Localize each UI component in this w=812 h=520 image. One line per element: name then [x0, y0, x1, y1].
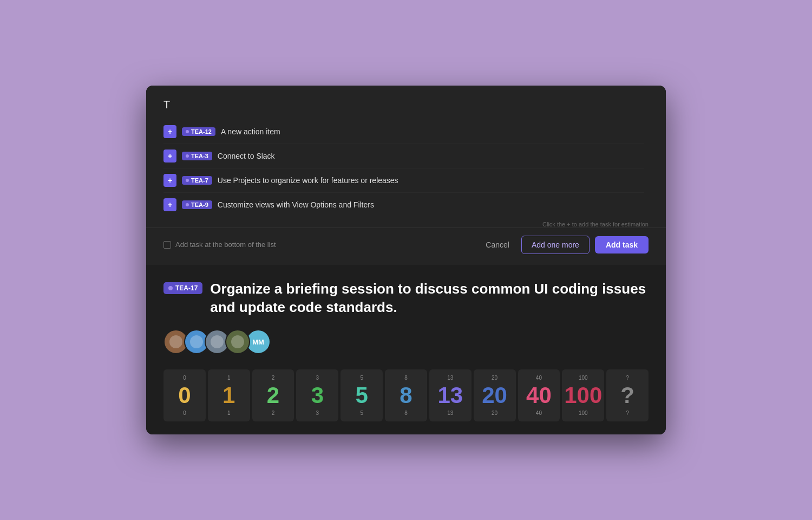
estimation-card[interactable]: 3 3 3 — [296, 369, 338, 421]
cancel-button[interactable]: Cancel — [479, 236, 516, 253]
search-row[interactable] — [163, 99, 649, 111]
add-task-btn[interactable]: + — [163, 150, 176, 162]
modal: + TEA-12 A new action item + TEA-3 Conne… — [146, 86, 666, 435]
estimation-card[interactable]: 13 13 13 — [429, 369, 472, 421]
tag-id: TEA-17 — [175, 284, 198, 292]
task-id: TEA-9 — [191, 202, 208, 208]
top-section: + TEA-12 A new action item + TEA-3 Conne… — [146, 86, 666, 228]
estimation-card[interactable]: 5 5 5 — [340, 369, 383, 421]
estimation-card[interactable]: 20 20 20 — [474, 369, 516, 421]
add-task-button[interactable]: Add task — [595, 236, 649, 253]
estimation-row: 0 0 0 1 1 1 2 2 2 3 3 3 5 5 5 8 8 8 13 1… — [163, 369, 649, 421]
add-task-btn[interactable]: + — [163, 198, 176, 211]
estimation-card[interactable]: 100 100 100 — [562, 369, 604, 421]
est-value: 1 — [222, 384, 235, 407]
badge-dot — [186, 130, 189, 133]
task-item: + TEA-12 A new action item — [163, 120, 644, 144]
task-id: TEA-3 — [191, 153, 208, 159]
detail-section: TEA-17 Organize a briefing session to di… — [146, 265, 666, 435]
est-label-bottom: 5 — [360, 410, 363, 416]
task-title-text: Connect to Slack — [218, 152, 275, 160]
est-label-bottom: 20 — [492, 410, 497, 416]
est-value: 20 — [482, 384, 507, 407]
add-task-btn[interactable]: + — [163, 174, 176, 187]
estimation-card[interactable]: 0 0 0 — [163, 369, 206, 421]
task-title: Organize a briefing session to discuss c… — [210, 280, 649, 317]
task-title-text: Use Projects to organize work for featur… — [218, 176, 398, 185]
task-item: + TEA-7 Use Projects to organize work fo… — [163, 168, 644, 193]
task-title-text: A new action item — [221, 127, 280, 136]
estimation-card[interactable]: 8 8 8 — [385, 369, 427, 421]
bottom-bar: Add task at the bottom of the list Cance… — [146, 228, 666, 265]
est-value: 40 — [526, 384, 552, 407]
task-badge: TEA-9 — [182, 200, 212, 209]
estimation-card[interactable]: 40 40 40 — [518, 369, 560, 421]
est-label-top: 13 — [447, 375, 453, 381]
est-value: ? — [620, 384, 634, 407]
est-label-top: 20 — [492, 375, 497, 381]
hint-text: Click the + to add the task for estimati… — [163, 217, 649, 227]
est-label-bottom: 3 — [316, 410, 319, 416]
est-value: 2 — [267, 384, 279, 407]
task-item: + TEA-3 Connect to Slack — [163, 144, 644, 168]
task-id: TEA-7 — [191, 177, 208, 184]
add-one-more-button[interactable]: Add one more — [521, 236, 590, 254]
action-buttons: Cancel Add one more Add task — [479, 236, 649, 254]
badge-dot — [186, 154, 189, 158]
est-label-top: 0 — [183, 375, 186, 381]
checkbox-row[interactable]: Add task at the bottom of the list — [163, 240, 276, 249]
task-title-text: Customize views with View Options and Fi… — [218, 200, 374, 209]
est-label-top: 1 — [227, 375, 231, 381]
task-list[interactable]: + TEA-12 A new action item + TEA-3 Conne… — [163, 120, 649, 217]
badge-dot — [186, 203, 189, 206]
est-value: 5 — [355, 384, 368, 407]
est-label-bottom: 2 — [272, 410, 275, 416]
est-label-bottom: 8 — [404, 410, 408, 416]
search-input[interactable] — [163, 99, 649, 111]
est-label-top: 40 — [536, 375, 542, 381]
est-value: 100 — [564, 384, 602, 407]
avatar — [225, 329, 250, 354]
est-value: 13 — [437, 384, 463, 407]
badge-dot — [186, 179, 189, 182]
estimation-card[interactable]: 2 2 2 — [252, 369, 294, 421]
est-label-bottom: 1 — [227, 410, 231, 416]
est-label-top: 5 — [360, 375, 363, 381]
est-label-top: 2 — [272, 375, 275, 381]
estimation-card[interactable]: 1 1 1 — [208, 369, 250, 421]
est-label-top: ? — [626, 375, 629, 381]
task-list-container: + TEA-12 A new action item + TEA-3 Conne… — [163, 120, 649, 227]
est-label-top: 3 — [316, 375, 319, 381]
task-badge: TEA-7 — [182, 176, 212, 185]
est-label-bottom: ? — [626, 410, 629, 416]
est-label-bottom: 100 — [579, 410, 588, 416]
est-label-top: 8 — [404, 375, 408, 381]
task-item: + TEA-9 Customize views with View Option… — [163, 193, 644, 217]
est-label-top: 100 — [579, 375, 588, 381]
task-header: TEA-17 Organize a briefing session to di… — [163, 280, 649, 317]
task-tag: TEA-17 — [163, 282, 202, 294]
est-value: 8 — [400, 384, 412, 407]
task-badge: TEA-12 — [182, 127, 215, 136]
estimation-card[interactable]: ? ? ? — [606, 369, 649, 421]
est-label-bottom: 0 — [183, 410, 186, 416]
est-label-bottom: 40 — [536, 410, 542, 416]
est-label-bottom: 13 — [447, 410, 453, 416]
task-badge: TEA-3 — [182, 152, 212, 160]
avatars-row: MM — [163, 329, 649, 354]
est-value: 3 — [311, 384, 324, 407]
task-id: TEA-12 — [191, 128, 212, 135]
add-task-btn[interactable]: + — [163, 125, 176, 138]
checkbox-label: Add task at the bottom of the list — [175, 240, 276, 249]
add-bottom-checkbox[interactable] — [163, 241, 171, 249]
est-value: 0 — [178, 384, 191, 407]
tag-icon — [168, 286, 173, 290]
